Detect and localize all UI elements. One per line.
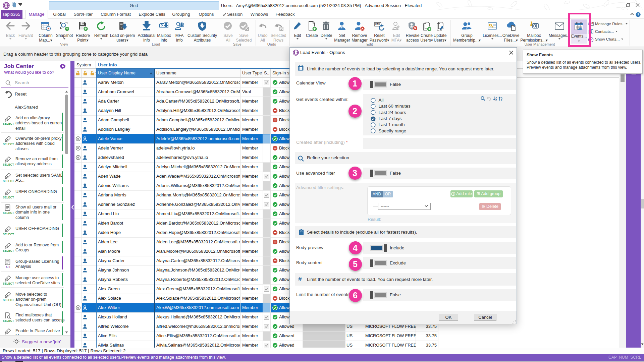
svg-text:A: A bbox=[501, 97, 502, 99]
svg-text:?: ? bbox=[637, 13, 639, 17]
svg-text:A: A bbox=[495, 97, 497, 99]
svg-text:Z: Z bbox=[501, 99, 502, 101]
svg-text:Z: Z bbox=[495, 99, 497, 101]
